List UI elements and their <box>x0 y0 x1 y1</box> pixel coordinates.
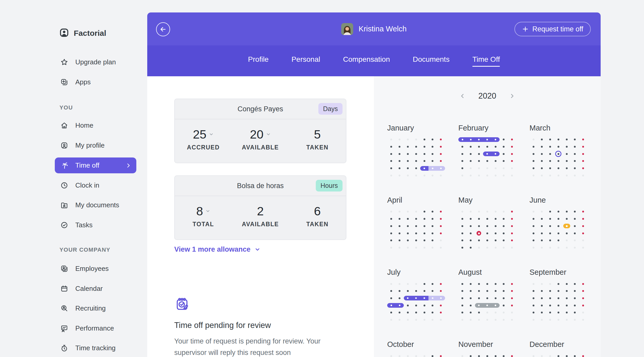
day-cell-workday[interactable] <box>458 244 467 251</box>
day-cell-workday[interactable] <box>467 237 475 244</box>
request-time-off-button[interactable]: Request time off <box>514 22 591 36</box>
day-cell-timeoff-gray[interactable] <box>475 302 483 309</box>
day-cell-empty[interactable] <box>491 316 500 324</box>
day-cell-weekend[interactable] <box>437 150 445 157</box>
day-cell-workday[interactable] <box>500 280 508 287</box>
day-cell-empty[interactable] <box>437 244 445 251</box>
day-cell-weekend[interactable] <box>579 230 587 237</box>
day-cell-workday[interactable] <box>571 352 579 357</box>
day-cell-workday[interactable] <box>500 302 508 309</box>
day-cell-workday[interactable] <box>546 136 554 143</box>
day-cell-workday[interactable] <box>404 302 412 309</box>
day-cell-workday[interactable] <box>475 295 483 302</box>
day-cell-weekend[interactable] <box>579 280 587 287</box>
day-cell-weekend[interactable] <box>508 352 516 357</box>
day-cell-weekend[interactable] <box>437 230 445 237</box>
day-cell-workday[interactable] <box>538 215 546 223</box>
day-cell-empty[interactable] <box>579 172 587 179</box>
day-cell-workday[interactable] <box>571 150 579 157</box>
day-cell-workday[interactable] <box>546 150 554 157</box>
day-cell-workday[interactable] <box>500 215 508 223</box>
day-cell-weekend[interactable] <box>437 208 445 215</box>
day-cell-workday[interactable] <box>483 237 491 244</box>
previous-year-button[interactable] <box>458 92 467 100</box>
day-cell-workday[interactable] <box>529 157 538 165</box>
sidebar-item-time-off[interactable]: Time off <box>55 157 136 173</box>
day-cell-timeoff-gray[interactable] <box>483 302 491 309</box>
day-cell-empty[interactable] <box>387 316 395 324</box>
day-cell-empty[interactable] <box>437 316 445 324</box>
day-cell-weekend[interactable] <box>508 295 516 302</box>
day-cell-empty[interactable] <box>508 309 516 316</box>
day-cell-workday[interactable] <box>491 237 500 244</box>
day-cell-workday[interactable] <box>562 295 571 302</box>
day-cell-workday[interactable] <box>554 280 562 287</box>
day-cell-weekend[interactable] <box>508 302 516 309</box>
day-cell-workday[interactable] <box>538 165 546 172</box>
day-cell-empty[interactable] <box>500 244 508 251</box>
day-cell-workday[interactable] <box>562 280 571 287</box>
day-cell-workday[interactable] <box>529 237 538 244</box>
day-cell-weekend[interactable] <box>437 215 445 223</box>
day-cell-workday[interactable] <box>491 215 500 223</box>
sidebar-item-employees[interactable]: Employees <box>55 262 136 275</box>
day-cell-empty[interactable] <box>529 280 538 287</box>
day-cell-empty[interactable] <box>404 136 412 143</box>
day-cell-workday[interactable] <box>475 287 483 295</box>
day-cell-workday[interactable] <box>500 230 508 237</box>
view-more-allowance-link[interactable]: View 1 more allowance <box>174 245 260 253</box>
day-cell-workday[interactable] <box>428 143 437 150</box>
day-cell-empty[interactable] <box>538 280 546 287</box>
day-cell-empty[interactable] <box>579 316 587 324</box>
chevron-down-icon[interactable] <box>266 132 271 137</box>
day-cell-workday[interactable] <box>562 352 571 357</box>
day-cell-empty[interactable] <box>404 208 412 215</box>
day-cell-empty[interactable] <box>395 280 404 287</box>
day-cell-empty[interactable] <box>387 136 395 143</box>
day-cell-empty[interactable] <box>554 172 562 179</box>
day-cell-weekend[interactable] <box>508 237 516 244</box>
day-cell-workday[interactable] <box>467 352 475 357</box>
day-cell-workday[interactable] <box>475 280 483 287</box>
day-cell-workday[interactable] <box>458 165 467 172</box>
day-cell-workday[interactable] <box>538 223 546 230</box>
day-cell-empty[interactable] <box>428 316 437 324</box>
day-cell-workday[interactable] <box>500 237 508 244</box>
avatar[interactable] <box>341 23 353 35</box>
day-cell-workday[interactable] <box>571 287 579 295</box>
day-cell-workday[interactable] <box>554 309 562 316</box>
day-cell-workday[interactable] <box>420 223 428 230</box>
day-cell-today-ring[interactable] <box>554 150 562 157</box>
day-cell-workday[interactable] <box>500 150 508 157</box>
day-cell-empty[interactable] <box>546 172 554 179</box>
day-cell-workday[interactable] <box>404 143 412 150</box>
day-cell-empty[interactable] <box>395 208 404 215</box>
day-cell-workday[interactable] <box>404 223 412 230</box>
day-cell-empty[interactable] <box>483 208 491 215</box>
day-cell-workday[interactable] <box>554 223 562 230</box>
day-cell-workday[interactable] <box>571 223 579 230</box>
day-cell-empty[interactable] <box>483 316 491 324</box>
day-cell-workday[interactable] <box>412 237 420 244</box>
day-cell-empty[interactable] <box>546 280 554 287</box>
day-cell-workday[interactable] <box>571 143 579 150</box>
day-cell-workday[interactable] <box>571 165 579 172</box>
day-cell-workday[interactable] <box>387 157 395 165</box>
day-cell-timeoff-solid[interactable] <box>483 150 491 157</box>
day-cell-workday[interactable] <box>571 208 579 215</box>
day-cell-workday[interactable] <box>404 215 412 223</box>
day-cell-workday[interactable] <box>562 309 571 316</box>
day-cell-workday[interactable] <box>554 302 562 309</box>
day-cell-empty[interactable] <box>412 244 420 251</box>
day-cell-workday[interactable] <box>458 143 467 150</box>
day-cell-workday[interactable] <box>395 309 404 316</box>
day-cell-workday[interactable] <box>571 215 579 223</box>
day-cell-empty[interactable] <box>428 244 437 251</box>
day-cell-weekend[interactable] <box>579 150 587 157</box>
day-cell-empty[interactable] <box>420 316 428 324</box>
day-cell-workday[interactable] <box>546 223 554 230</box>
day-cell-empty[interactable] <box>412 316 420 324</box>
day-cell-workday[interactable] <box>562 230 571 237</box>
day-cell-workday[interactable] <box>467 244 475 251</box>
day-cell-timeoff-solid[interactable] <box>483 136 491 143</box>
